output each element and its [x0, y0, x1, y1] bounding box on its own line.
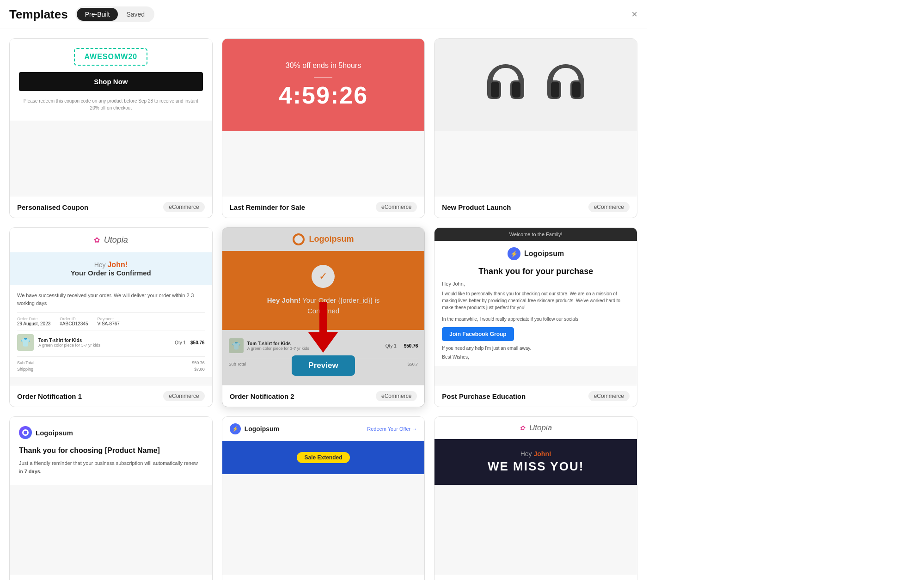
card-6-preview: Welcome to the Family! ⚡ Logoipsum Thank… — [434, 228, 637, 385]
thankyou-logo-icon — [19, 426, 32, 439]
card-9-preview: ✿ Utopia Hey John! WE MISS YOU! Preview — [434, 417, 637, 574]
card-1-tag: eCommerce — [163, 202, 204, 212]
post-purch-body: ⚡ Logoipsum Thank you for your purchase … — [434, 241, 637, 366]
brand-name: Utopia — [104, 235, 128, 244]
card-8-footer: Sale Extended eCommerce — [222, 574, 425, 580]
reminder-divider — [314, 77, 332, 78]
new-product-card-content — [434, 39, 637, 131]
card-2-footer: Last Reminder for Sale eCommerce — [222, 196, 425, 218]
card-3-tag: eCommerce — [588, 202, 630, 212]
card-8-preview: ⚡ Logoipsum Redeem Your Offer → Sale Ext… — [222, 417, 425, 574]
order-item-img: 👕 — [17, 334, 34, 351]
order-brand: ✿ Utopia — [10, 228, 212, 252]
card-4-tag: eCommerce — [163, 391, 204, 401]
subtotal-label: Sub Total — [17, 360, 34, 365]
reminder-top-text: 30% off ends in 5hours — [286, 61, 361, 70]
item-name: Tom T-shirt for Kids — [38, 338, 170, 343]
card-sale-extended[interactable]: ⚡ Logoipsum Redeem Your Offer → Sale Ext… — [222, 416, 425, 580]
sale-extended-badge: Sale Extended — [297, 452, 349, 463]
card-3-footer: New Product Launch eCommerce — [434, 196, 637, 218]
shipping-row: Shipping $7.00 — [17, 366, 205, 372]
post-purch-sig: Best Wishes, — [442, 354, 630, 360]
card-1-footer: Personalised Coupon eCommerce — [10, 196, 212, 218]
card-6-title: Post Purchase Education — [442, 392, 526, 400]
card-6-tag: eCommerce — [588, 391, 630, 401]
card-thank-you-choosing[interactable]: Logoipsum Thank you for choosing [Produc… — [9, 416, 213, 580]
card-3-preview: Preview — [434, 39, 637, 196]
card-post-purchase[interactable]: Welcome to the Family! ⚡ Logoipsum Thank… — [434, 227, 637, 407]
tab-saved[interactable]: Saved — [118, 8, 153, 21]
reminder-timer: 4:59:26 — [279, 81, 368, 109]
card-9-footer: We Miss You eCommerce — [434, 574, 637, 580]
brand-icon: ✿ — [94, 236, 100, 244]
item-desc: A green color piece for 3-7 yr kids — [38, 343, 170, 348]
post-purch-heading: Thank you for your purchase — [442, 267, 630, 276]
post-purch-logo-icon: ⚡ — [508, 247, 520, 260]
templates-grid: AWESOMW20 Shop Now Please redeem this co… — [0, 29, 647, 580]
order-date-col: Order Date 29 August, 2023 — [17, 317, 50, 326]
headphone-right — [538, 55, 594, 115]
coupon-card-content: AWESOMW20 Shop Now Please redeem this co… — [10, 39, 212, 121]
card-order-notification-1[interactable]: ✿ Utopia Hey John! Your Order is Confirm… — [9, 227, 213, 407]
join-facebook-btn[interactable]: Join Facebook Group — [442, 327, 514, 341]
thankyou-heading: Thank you for choosing [Product Name] — [19, 446, 203, 455]
page-title: Templates — [9, 7, 68, 22]
close-button[interactable]: × — [631, 9, 637, 19]
thankyou-body-text: Just a friendly reminder that your busin… — [19, 459, 203, 476]
item-qty: Qty 1 — [175, 340, 186, 345]
card-7-preview: Logoipsum Thank you for choosing [Produc… — [10, 417, 212, 574]
shipping-label: Shipping — [17, 367, 33, 372]
order-meta-row: Order Date 29 August, 2023 Order ID #ABC… — [17, 312, 205, 326]
miss-you-band: Hey John! WE MISS YOU! — [434, 439, 637, 485]
svg-rect-2 — [551, 82, 559, 98]
order-hey: Hey John! — [19, 261, 203, 269]
sale-ext-logo-text: Logoipsum — [245, 425, 279, 433]
card-2-title: Last Reminder for Sale — [230, 203, 305, 211]
card-5-tag: eCommerce — [376, 391, 417, 401]
order-totals: Sub Total $50.76 Shipping $7.00 — [17, 356, 205, 372]
redeem-link[interactable]: Redeem Your Offer → — [367, 426, 417, 432]
post-purch-small: If you need any help I'm just an email a… — [442, 346, 630, 351]
order-header-band: Hey John! Your Order is Confirmed — [10, 252, 212, 285]
card-5-preview: Logoipsum ✓ Hey John! Your Order {{order… — [222, 228, 425, 385]
sale-ext-logo-icon: ⚡ — [230, 423, 241, 434]
order-body: We have successfully received your order… — [10, 292, 212, 377]
tab-group: Pre-Built Saved — [75, 6, 154, 22]
card-5-title: Order Notification 2 — [230, 392, 294, 400]
card-7-footer: Thank you for choosing eCommerce — [10, 574, 212, 580]
shop-now-btn[interactable]: Shop Now — [19, 72, 203, 91]
thankyou-logo-inner — [22, 429, 29, 436]
order-item-row: 👕 Tom T-shirt for Kids A green color pie… — [17, 330, 205, 354]
thankyou-logo: Logoipsum — [19, 426, 203, 439]
item-price: $50.76 — [190, 340, 205, 345]
subtotal-value: $50.76 — [192, 360, 205, 365]
preview-btn-label: Preview — [308, 361, 338, 370]
preview-btn-5[interactable]: Preview — [292, 355, 355, 376]
card-personalised-coupon[interactable]: AWESOMW20 Shop Now Please redeem this co… — [9, 38, 213, 218]
order-item-info: Tom T-shirt for Kids A green color piece… — [38, 338, 170, 348]
card-last-reminder[interactable]: 30% off ends in 5hours 4:59:26 Preview L… — [222, 38, 425, 218]
miss-you-title: WE MISS YOU! — [444, 459, 628, 474]
miss-customer-name: John! — [534, 450, 551, 458]
miss-brand-icon: ✿ — [520, 424, 525, 432]
miss-you-header: ✿ Utopia — [434, 417, 637, 439]
headphone-left — [478, 55, 533, 115]
card-we-miss-you[interactable]: ✿ Utopia Hey John! WE MISS YOU! Preview … — [434, 416, 637, 580]
card-4-title: Order Notification 1 — [17, 392, 82, 400]
miss-hey-text: Hey — [520, 450, 532, 458]
svg-rect-0 — [491, 82, 499, 98]
card-1-preview: AWESOMW20 Shop Now Please redeem this co… — [10, 39, 212, 196]
svg-rect-3 — [572, 82, 581, 98]
thankyou-content: Logoipsum Thank you for choosing [Produc… — [10, 417, 212, 485]
card-6-footer: Post Purchase Education eCommerce — [434, 385, 637, 407]
card-order-notification-2[interactable]: Logoipsum ✓ Hey John! Your Order {{order… — [222, 227, 425, 407]
header: Templates Pre-Built Saved × — [0, 0, 647, 29]
tab-pre-built[interactable]: Pre-Built — [77, 8, 118, 21]
card-new-product-launch[interactable]: Preview New Product Launch eCommerce — [434, 38, 637, 218]
order-date-label: Order Date — [17, 317, 50, 321]
order-id-label: Order ID — [60, 317, 88, 321]
card-4-preview: ✿ Utopia Hey John! Your Order is Confirm… — [10, 228, 212, 385]
reminder-card-content: 30% off ends in 5hours 4:59:26 — [222, 39, 425, 131]
order-confirmed-text: Your Order is Confirmed — [19, 269, 203, 277]
miss-brand-name: Utopia — [529, 423, 552, 432]
